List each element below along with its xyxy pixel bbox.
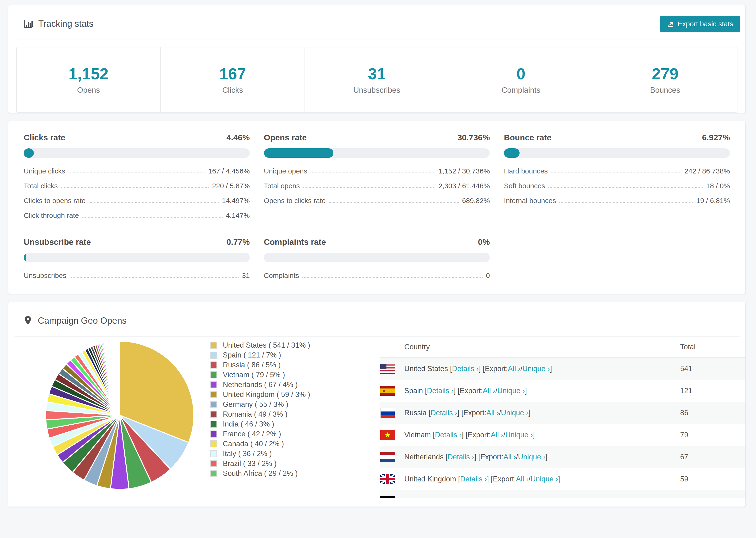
legend-color-swatch <box>210 421 217 428</box>
stats-summary: 1,152 Opens 167 Clicks 31 Unsubscribes 0… <box>16 47 737 113</box>
legend-color-swatch <box>210 401 217 408</box>
details-link[interactable]: Details › <box>438 497 465 498</box>
legend-label: Romania ( 49 / 3% ) <box>223 410 288 418</box>
legend-item: Italy ( 36 / 2% ) <box>210 449 380 459</box>
progress-bar-complaints <box>264 253 490 262</box>
rate-section-complaints: Complaints rate 0% Complaints 0 <box>264 237 490 280</box>
export-unique-link[interactable]: Unique › <box>509 497 536 498</box>
export-all-link[interactable]: All › <box>491 431 503 439</box>
rate-value: 0% <box>478 237 490 247</box>
legend-color-swatch <box>210 391 217 398</box>
legend-item: United States ( 541 / 31% ) <box>210 340 380 350</box>
legend-color-swatch <box>210 460 217 467</box>
geo-table-body: United States [Details ›] [Export: All ›… <box>380 358 745 498</box>
table-row-netherlands: Netherlands [Details ›] [Export: All › /… <box>380 446 745 468</box>
legend-label: Canada ( 40 / 2% ) <box>223 440 284 448</box>
geo-header: Campaign Geo Opens <box>8 302 745 336</box>
page: Tracking stats Export basic stats 1,152 … <box>0 0 756 538</box>
details-link[interactable]: Details › <box>427 387 454 395</box>
rate-row-complaints: Complaints 0 <box>264 272 490 280</box>
export-unique-link[interactable]: Unique › <box>518 453 545 461</box>
country-total: 121 <box>680 387 745 395</box>
dotted-leader <box>70 277 239 278</box>
export-all-link[interactable]: All › <box>503 453 516 461</box>
country-name: Russia <box>404 409 427 417</box>
table-row-united-kingdom: United Kingdom [Details ›] [Export: All … <box>380 468 745 490</box>
rate-row-unsubscribes: Unsubscribes 31 <box>24 272 250 280</box>
table-row-vietnam: Vietnam [Details ›] [Export: All › / Uni… <box>380 424 745 446</box>
stat-value: 279 <box>652 65 678 82</box>
details-link[interactable]: Details › <box>448 453 474 461</box>
dotted-leader <box>559 202 693 203</box>
table-row-germany: Germany [Details ›] [Export: All › / Uni… <box>380 490 745 498</box>
column-header-total: Total <box>680 343 745 351</box>
dotted-leader <box>82 217 223 218</box>
export-unique-link[interactable]: Unique › <box>497 387 525 395</box>
stat-value: 31 <box>368 65 386 82</box>
legend-label: Vietnam ( 79 / 5% ) <box>223 371 285 379</box>
country-name: United Kingdom <box>404 475 456 483</box>
rate-row-internal-bounces: Internal bounces 19 / 6.81% <box>504 197 730 205</box>
stat-cell-clicks: 167 Clicks <box>160 47 304 112</box>
geo-table-header: Country Total <box>380 337 745 358</box>
details-link[interactable]: Details › <box>460 475 487 483</box>
export-unique-link[interactable]: Unique › <box>531 475 558 483</box>
legend-item: Germany ( 55 / 3% ) <box>210 400 380 409</box>
geo-opens-table: Country Total United States [Details ›] … <box>380 337 745 498</box>
rate-title: Bounce rate <box>504 133 551 142</box>
tracking-stats-header: Tracking stats Export basic stats <box>8 5 745 39</box>
export-unique-link[interactable]: Unique › <box>501 409 528 417</box>
stat-label: Unsubscribes <box>353 86 400 95</box>
legend-color-swatch <box>210 470 217 477</box>
rate-section-unsubscribe: Unsubscribe rate 0.77% Unsubscribes 31 <box>24 237 250 280</box>
country-total: 541 <box>680 364 745 373</box>
export-basic-stats-button[interactable]: Export basic stats <box>660 16 740 32</box>
country-total: 59 <box>680 475 745 483</box>
legend-label: Brazil ( 33 / 2% ) <box>223 459 277 468</box>
legend-color-swatch <box>210 381 217 388</box>
export-unique-link[interactable]: Unique › <box>522 364 550 373</box>
geo-pie-chart <box>16 337 210 492</box>
pie-legend: United States ( 541 / 31% ) Spain ( 121 … <box>210 337 380 478</box>
legend-item: Canada ( 40 / 2% ) <box>210 439 380 449</box>
rates-card: Clicks rate 4.46% Unique clicks 167 / 4.… <box>8 121 746 294</box>
stat-cell-bounces: 279 Bounces <box>593 47 737 112</box>
legend-label: Netherlands ( 67 / 4% ) <box>223 381 298 389</box>
rate-row-total-opens: Total opens 2,303 / 61.446% <box>264 182 490 190</box>
export-all-link[interactable]: All › <box>486 409 499 417</box>
rate-title: Unsubscribe rate <box>24 237 91 247</box>
rate-row-hard-bounces: Hard bounces 242 / 86.738% <box>504 167 730 175</box>
divider <box>15 39 740 39</box>
progress-bar-bounce <box>504 148 730 158</box>
export-icon <box>667 20 674 28</box>
country-total: 86 <box>680 409 745 417</box>
details-link[interactable]: Details › <box>452 364 479 373</box>
rate-row-unique-opens: Unique opens 1,152 / 30.736% <box>264 167 490 175</box>
rate-title: Complaints rate <box>264 237 326 247</box>
legend-item: South Africa ( 29 / 2% ) <box>210 468 380 478</box>
details-link[interactable]: Details › <box>431 409 458 417</box>
export-all-link[interactable]: All › <box>483 387 495 395</box>
dotted-leader <box>69 173 205 173</box>
country-name: Germany <box>404 497 434 498</box>
details-link[interactable]: Details › <box>435 431 461 439</box>
export-all-link[interactable]: All › <box>494 497 507 498</box>
dotted-leader <box>311 173 435 173</box>
flag-gb-icon <box>380 474 395 484</box>
legend-label: Russia ( 86 / 5% ) <box>223 361 281 369</box>
legend-label: United States ( 541 / 31% ) <box>223 341 310 350</box>
dotted-leader <box>329 202 459 203</box>
geo-content: United States ( 541 / 31% ) Spain ( 121 … <box>8 337 745 498</box>
bar-chart-icon <box>23 19 33 29</box>
legend-item: Vietnam ( 79 / 5% ) <box>210 370 380 380</box>
legend-label: Spain ( 121 / 7% ) <box>223 351 281 359</box>
legend-item: United Kingdom ( 59 / 3% ) <box>210 390 380 400</box>
rate-value: 0.77% <box>226 237 249 247</box>
export-all-link[interactable]: All › <box>508 364 520 373</box>
rate-row-clicks-to-opens-rate: Clicks to opens rate 14.497% <box>24 197 250 205</box>
progress-bar-clicks <box>24 148 250 158</box>
export-unique-link[interactable]: Unique › <box>505 431 533 439</box>
rates-grid: Clicks rate 4.46% Unique clicks 167 / 4.… <box>8 121 745 280</box>
export-all-link[interactable]: All › <box>516 475 528 483</box>
legend-color-swatch <box>210 440 217 447</box>
